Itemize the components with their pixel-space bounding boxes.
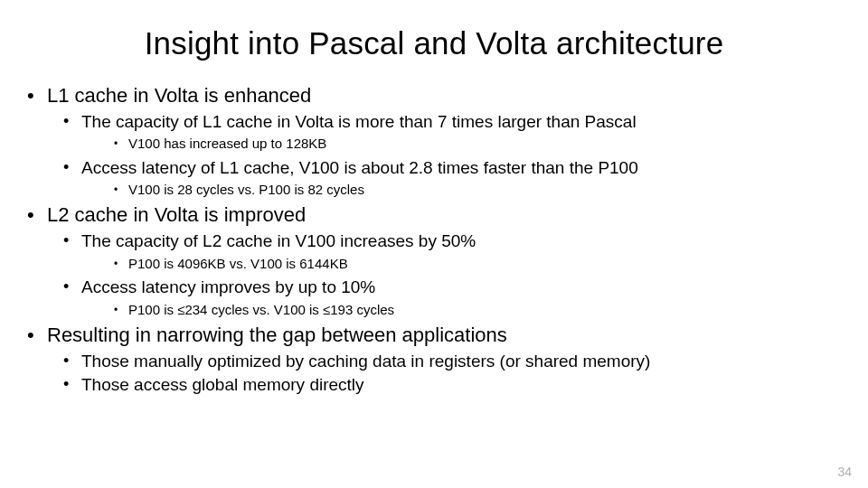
bullet-l2-latency-detail: P100 is ≤234 cycles vs. V100 is ≤193 cyc… — [114, 301, 841, 319]
bullet-l1-latency: Access latency of L1 cache, V100 is abou… — [63, 157, 841, 200]
bullet-text: V100 is 28 cycles vs. P100 is 82 cycles — [128, 182, 364, 197]
bullet-l2-capacity-detail: P100 is 4096KB vs. V100 is 6144KB — [114, 255, 841, 273]
bullet-l2-cache: L2 cache in Volta is improved The capaci… — [27, 202, 841, 318]
page-number: 34 — [837, 465, 852, 479]
bullet-l1-cache: L1 cache in Volta is enhanced The capaci… — [27, 83, 841, 199]
bullet-l1-latency-detail: V100 is 28 cycles vs. P100 is 82 cycles — [114, 181, 841, 199]
bullet-l2-capacity: The capacity of L2 cache in V100 increas… — [63, 230, 841, 273]
bullet-list: L1 cache in Volta is enhanced The capaci… — [27, 83, 841, 397]
bullet-text: Resulting in narrowing the gap between a… — [47, 324, 507, 346]
bullet-text: Access latency of L1 cache, V100 is abou… — [81, 158, 638, 177]
slide-title: Insight into Pascal and Volta architectu… — [27, 25, 841, 61]
bullet-text: Those access global memory directly — [81, 375, 364, 394]
bullet-text: The capacity of L1 cache in Volta is mor… — [81, 112, 637, 131]
bullet-text: P100 is 4096KB vs. V100 is 6144KB — [128, 256, 348, 271]
bullet-text: V100 has increased up to 128KB — [128, 136, 326, 151]
bullet-text: Access latency improves by up to 10% — [81, 277, 375, 296]
bullet-text: L2 cache in Volta is improved — [47, 203, 306, 226]
bullet-text: L1 cache in Volta is enhanced — [47, 84, 311, 107]
bullet-l2-latency: Access latency improves by up to 10% P10… — [63, 277, 841, 319]
bullet-text: P100 is ≤234 cycles vs. V100 is ≤193 cyc… — [128, 302, 394, 317]
bullet-text: The capacity of L2 cache in V100 increas… — [81, 231, 476, 250]
bullet-text: Those manually optimized by caching data… — [81, 352, 650, 371]
bullet-manual-opt: Those manually optimized by caching data… — [63, 351, 841, 373]
bullet-resulting-gap: Resulting in narrowing the gap between a… — [27, 323, 841, 397]
bullet-l1-capacity-detail: V100 has increased up to 128KB — [114, 135, 841, 153]
slide: Insight into Pascal and Volta architectu… — [0, 0, 868, 488]
bullet-global-mem: Those access global memory directly — [63, 374, 841, 397]
bullet-l1-capacity: The capacity of L1 cache in Volta is mor… — [63, 111, 841, 154]
